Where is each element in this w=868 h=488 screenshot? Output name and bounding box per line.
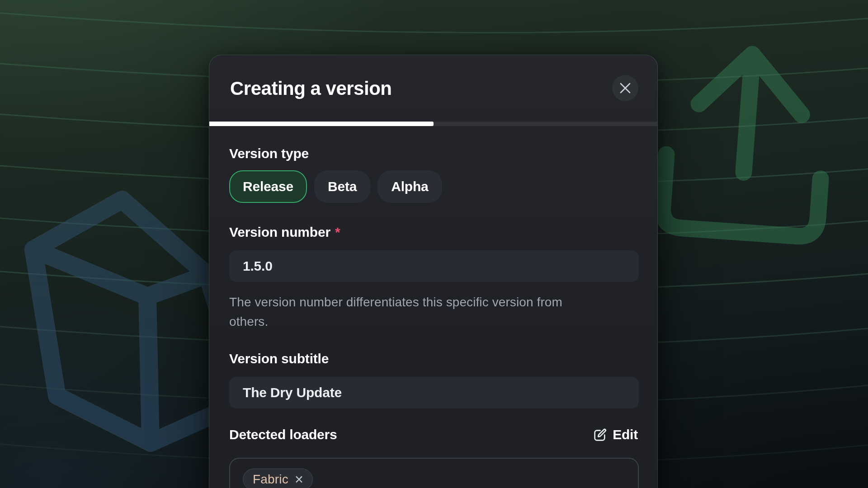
version-number-help: The version number differentiates this s… [229, 292, 582, 331]
progress-fill [209, 122, 434, 126]
loader-chip-fabric: Fabric ✕ [243, 469, 313, 488]
version-type-label: Version type [229, 145, 638, 162]
arrow-shaft [744, 61, 752, 173]
version-type-release-button[interactable]: Release [229, 170, 307, 203]
remove-loader-icon[interactable]: ✕ [294, 474, 304, 485]
detected-loaders-header: Detected loaders Edit [229, 427, 638, 443]
arc-line [0, 13, 868, 33]
progress-track [209, 122, 657, 126]
version-type-alpha-button[interactable]: Alpha [377, 170, 442, 203]
close-icon [619, 82, 631, 94]
upload-arrow-decoration [661, 52, 821, 238]
close-button[interactable] [612, 75, 638, 101]
screen: Creating a version Version type Release … [0, 0, 868, 488]
detected-loaders-label: Detected loaders [229, 427, 337, 443]
edit-icon [593, 427, 608, 442]
modal-title: Creating a version [230, 78, 392, 99]
version-subtitle-input[interactable] [229, 377, 639, 408]
required-asterisk: * [335, 224, 340, 240]
version-number-label: Version number * [229, 224, 638, 240]
version-number-input[interactable] [229, 250, 639, 282]
cube-inner-edges [33, 249, 207, 442]
create-version-modal: Creating a version Version type Release … [209, 55, 658, 488]
modal-header: Creating a version [209, 55, 657, 122]
version-type-beta-button[interactable]: Beta [314, 170, 370, 203]
detected-loaders-box: Fabric ✕ [229, 458, 639, 488]
loader-chip-label: Fabric [253, 472, 288, 487]
modal-body: Version type Release Beta Alpha Version … [209, 145, 657, 488]
edit-button-label: Edit [613, 427, 638, 442]
version-subtitle-label: Version subtitle [229, 351, 638, 367]
version-type-options: Release Beta Alpha [229, 170, 638, 203]
edit-loaders-button[interactable]: Edit [593, 427, 638, 442]
